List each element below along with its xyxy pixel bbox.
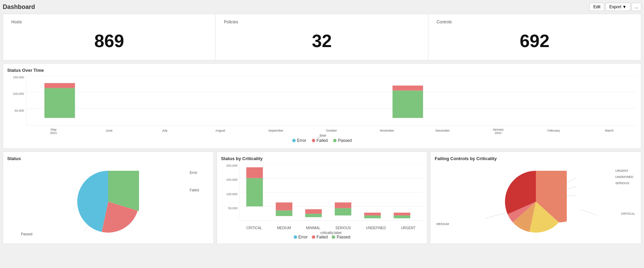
controls-value: 692 [437,27,633,55]
failing-controls-title: Failing Controls by Criticality [435,156,637,161]
header-actions: Edit Export ▼ ... [589,3,641,11]
medium-label: MEDIUM [436,222,449,226]
failing-pie-svg [505,171,567,233]
status-over-time-chart: 150,000 100,000 50,000 [7,76,637,144]
status-pie-container: Error Failed Passed [7,164,209,239]
legend-error: Error [292,138,306,143]
time-chart-legend: _time Error Failed Passed [292,134,352,143]
svg-rect-20 [276,210,292,216]
svg-rect-26 [364,215,381,218]
status-over-time-title: Status Over Time [7,68,637,73]
svg-rect-23 [305,209,322,214]
failing-controls-panel: Failing Controls by Criticality [430,152,641,244]
policies-value: 32 [224,27,419,55]
pie-labels: Error Failed [189,171,199,192]
more-button[interactable]: ... [632,3,641,11]
header: Dashboard Edit Export ▼ ... [3,3,641,11]
criticality-x-labels: CRITICAL MEDIUM MINIMAL SERIOUS UNDEFINE… [239,225,423,230]
legend-passed: Passed [333,138,352,143]
svg-rect-28 [393,215,410,218]
dashboard-page: Dashboard Edit Export ▼ ... Hosts 869 Po… [0,0,644,268]
criticality-chart: 200,000 150,000 100,000 50,000 [221,164,423,239]
status-panel: Status Error Failed Passed [3,152,214,244]
criticality-title: Status by Criticality [221,156,423,161]
svg-rect-27 [364,213,381,215]
criticality-legend: Error Failed Passed [294,235,350,239]
passed-dot [333,139,337,142]
svg-rect-8 [392,86,423,91]
failing-pie-labels: URGENT UNDEFINED SERIOUS [615,169,633,185]
bottom-row: Status Error Failed Passed [3,152,641,247]
failing-controls-container: URGENT UNDEFINED SERIOUS MEDIUM CRITICAL [435,164,637,239]
criticality-y-axis: 200,000 150,000 100,000 50,000 [221,164,239,221]
svg-rect-6 [44,83,75,88]
svg-rect-19 [246,167,263,178]
undefined-label: UNDEFINED [615,175,633,179]
serious-label: SERIOUS [615,181,629,185]
edit-button[interactable]: Edit [589,3,604,11]
controls-card: Controls 692 [428,14,641,60]
hosts-card: Hosts 869 [3,14,216,60]
criticality-bars-svg [239,164,423,221]
policies-label: Policies [224,20,419,24]
criticality-axis-label: criticality.label [239,231,423,235]
status-title: Status [7,156,209,161]
failed-label: Failed [189,188,199,192]
svg-line-34 [580,209,596,215]
svg-rect-24 [335,208,351,215]
svg-rect-21 [276,202,292,210]
hosts-value: 869 [11,27,207,55]
passed-label-pie: Passed [21,232,32,236]
urgent-label: URGENT [615,169,628,172]
status-by-criticality-panel: Status by Criticality 200,000 150,000 10… [217,152,428,244]
svg-line-33 [485,213,505,218]
controls-label: Controls [437,20,633,24]
svg-rect-5 [44,88,75,118]
time-chart-svg [26,76,637,125]
policies-card: Policies 32 [216,14,428,60]
svg-rect-25 [335,202,351,208]
export-button[interactable]: Export ▼ [606,3,630,11]
stats-row: Hosts 869 Policies 32 Controls 692 [3,14,641,60]
svg-rect-7 [392,91,423,118]
svg-rect-29 [393,213,410,215]
svg-rect-18 [246,178,263,206]
critical-label: CRITICAL [621,212,635,215]
y-axis: 150,000 100,000 50,000 [7,76,26,125]
status-pie-svg [77,171,139,233]
legend-failed: Failed [312,138,328,143]
status-over-time-panel: Status Over Time 150,000 100,000 50,000 [3,63,641,149]
svg-rect-22 [305,214,322,217]
error-label: Error [189,171,199,175]
hosts-label: Hosts [11,20,207,24]
failed-dot [312,139,315,142]
error-dot [292,139,296,142]
page-title: Dashboard [3,3,35,11]
